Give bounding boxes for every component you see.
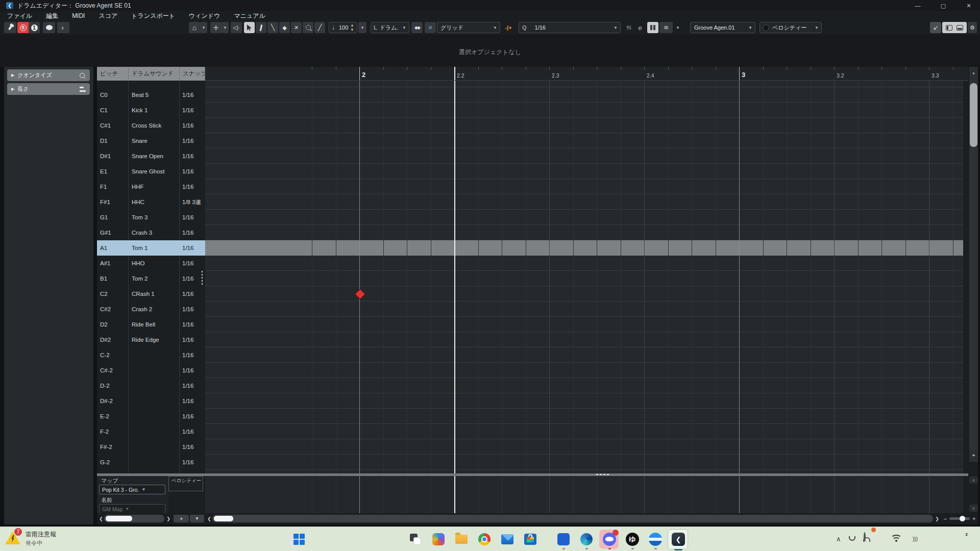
close-button[interactable]: ✕ <box>959 0 979 11</box>
cubase-taskbar-icon[interactable]: ❮ <box>671 532 685 546</box>
quantize-value[interactable]: 1/16 <box>535 24 546 31</box>
accessibility-icon[interactable] <box>864 533 866 541</box>
event-display-dropdown[interactable]: ▼ <box>674 22 682 33</box>
column-header-pitch[interactable]: ピッチ <box>97 67 129 81</box>
drum-row-D#2[interactable]: D#2Ride Edge1/16 <box>97 332 205 347</box>
insert-velocity-dropdown[interactable]: ▼ <box>358 22 366 33</box>
mail-icon[interactable] <box>500 532 514 546</box>
timeline-ruler[interactable]: 22.22.32.433.23.33.4 <box>205 67 968 81</box>
event-color-select[interactable]: ベロシティー ▼ <box>760 22 822 33</box>
drum-row-C#-2[interactable]: C#-21/16 <box>97 363 205 378</box>
list-scroll-left[interactable]: ❮ <box>98 515 104 522</box>
drum-row-E1[interactable]: E1Snare Ghost1/16 <box>97 164 205 179</box>
column-header-drumsound[interactable]: ドラムサウンド <box>129 67 180 81</box>
add-map-button[interactable]: ＋ <box>174 515 189 522</box>
drum-row-partial[interactable]: B-1Beat 41/16 <box>97 81 205 87</box>
map-functions-dropdown[interactable]: ▼ <box>190 515 204 522</box>
task-view-icon[interactable] <box>408 532 423 546</box>
drum-row-D#1[interactable]: D#1Snare Open1/16 <box>97 148 205 164</box>
section-length[interactable]: ▶ 長さ <box>7 83 90 95</box>
drum-row-D#-2[interactable]: D#-21/16 <box>97 393 205 409</box>
tray-chevron-icon[interactable]: ∧ <box>836 535 841 543</box>
menu-window[interactable]: ウィンドウ <box>189 12 220 20</box>
velocity-spinner[interactable]: ▲▼ <box>350 23 354 32</box>
restore-button[interactable]: ▢ <box>933 0 953 11</box>
list-resize-grip[interactable] <box>202 271 203 285</box>
quantize-panel-icon[interactable]: e <box>635 22 645 33</box>
vertical-zoom-plus[interactable]: + <box>969 450 978 460</box>
drum-row-D1[interactable]: D1Snare1/16 <box>97 133 205 148</box>
tool-trim[interactable]: ╱ <box>314 22 325 33</box>
tool-drumstick[interactable] <box>256 22 266 33</box>
drum-row-A1[interactable]: A1Tom 11/16 <box>97 240 205 256</box>
autoscroll-icon[interactable]: ✛ <box>210 22 222 33</box>
edge-icon[interactable] <box>579 532 594 546</box>
autoscroll-dropdown[interactable]: ▼ <box>222 22 229 33</box>
drum-row-G-2[interactable]: G-21/16 <box>97 455 205 470</box>
app-sphere-icon[interactable] <box>648 532 663 546</box>
grid-match-icon[interactable]: -|+ <box>502 22 514 33</box>
tool-mute[interactable]: ✕ <box>291 22 302 33</box>
project-cursor[interactable] <box>454 81 455 473</box>
drum-row-F-2[interactable]: F-21/16 <box>97 424 205 439</box>
event-bars-icon[interactable] <box>647 22 658 33</box>
minimize-button[interactable]: — <box>908 0 928 11</box>
pin-icon[interactable] <box>4 22 16 33</box>
zoom-slider-thumb[interactable] <box>960 516 965 521</box>
store-icon[interactable] <box>523 532 537 546</box>
column-header-snap[interactable]: スナップ <box>180 67 205 81</box>
left-zone-icon[interactable] <box>946 25 952 31</box>
insert-velocity-field[interactable]: ⭳ 100 ▲▼ <box>329 22 357 33</box>
menu-edit[interactable]: 編集 <box>46 12 58 20</box>
menu-file[interactable]: ファイル <box>7 12 32 20</box>
app-black-icon[interactable]: ゆ <box>625 532 640 546</box>
vertical-scrollbar[interactable] <box>969 81 978 462</box>
start-button[interactable] <box>292 532 306 546</box>
note-length-field[interactable]: L ドラム. ▼ <box>371 22 409 33</box>
lane-scroll-down[interactable]: ∨ <box>969 505 978 512</box>
workspace-dropdown[interactable]: ▼ <box>200 22 207 33</box>
event-color-value[interactable]: ベロシティー <box>772 24 806 32</box>
drum-row-G#1[interactable]: G#1Crash 31/16 <box>97 225 205 240</box>
note-length-value[interactable]: ドラム. <box>380 24 399 32</box>
double-diamond-icon[interactable]: ◆◆ <box>411 22 423 33</box>
grid-h-thumb[interactable] <box>214 516 233 521</box>
drum-row-F#1[interactable]: F#1HHC1/8 3連 <box>97 194 205 210</box>
map-select[interactable]: Pop Kit 3 - Gro.▼ <box>99 485 165 494</box>
menu-score[interactable]: スコア <box>99 12 117 20</box>
tool-select-arrow[interactable] <box>244 22 255 33</box>
tool-line[interactable]: ╲ <box>267 22 278 33</box>
velocity-lane[interactable] <box>205 476 963 513</box>
drum-row-C-2[interactable]: C-21/16 <box>97 347 205 363</box>
zoom-in-button[interactable]: ＋ <box>971 515 977 522</box>
tool-eraser[interactable]: ◆ <box>279 22 290 33</box>
workspace-icon[interactable]: ⌂ <box>189 22 200 33</box>
project-cursor[interactable] <box>454 476 455 513</box>
solo-button[interactable]: S <box>17 22 29 33</box>
chrome-icon[interactable] <box>477 532 492 546</box>
event-layers-icon[interactable]: ≋ <box>659 22 673 33</box>
acoustic-feedback-icon[interactable]: ◁· <box>231 22 242 33</box>
vertical-scrollbar-thumb[interactable] <box>970 83 977 147</box>
list-scroll-right[interactable]: ❯ <box>165 515 172 522</box>
list-h-scrollbar[interactable] <box>104 515 164 522</box>
menu-midi[interactable]: MIDI <box>72 12 85 19</box>
insert-velocity-value[interactable]: 100 <box>339 24 348 31</box>
file-explorer-icon[interactable] <box>454 532 469 546</box>
discord-icon[interactable] <box>602 532 617 546</box>
drum-row-C1[interactable]: C1Kick 11/16 <box>97 103 205 118</box>
drum-row-F#-2[interactable]: F#-21/16 <box>97 439 205 455</box>
drum-row-D-2[interactable]: D-21/16 <box>97 378 205 393</box>
grid-scroll-left[interactable]: ❮ <box>206 515 212 522</box>
quantize-preset-field[interactable]: Q 1/16 ▼ <box>519 22 621 33</box>
name-select[interactable]: GM Map▼ <box>99 504 165 514</box>
drum-row-C0[interactable]: C0Beat 51/16 <box>97 87 205 103</box>
drum-row-D2[interactable]: D2Ride Bell1/16 <box>97 317 205 332</box>
lower-zone-icon[interactable] <box>957 25 963 31</box>
drum-row-G1[interactable]: G1Tom 31/16 <box>97 210 205 225</box>
grid-type-select[interactable]: グリッド ▼ <box>437 22 500 33</box>
setup-window-icon[interactable]: ⚙ <box>968 22 977 33</box>
edited-part-value[interactable]: Groove Agen.01 <box>694 24 735 31</box>
grid-type-value[interactable]: グリッド <box>440 24 463 32</box>
list-h-thumb[interactable] <box>106 516 132 521</box>
